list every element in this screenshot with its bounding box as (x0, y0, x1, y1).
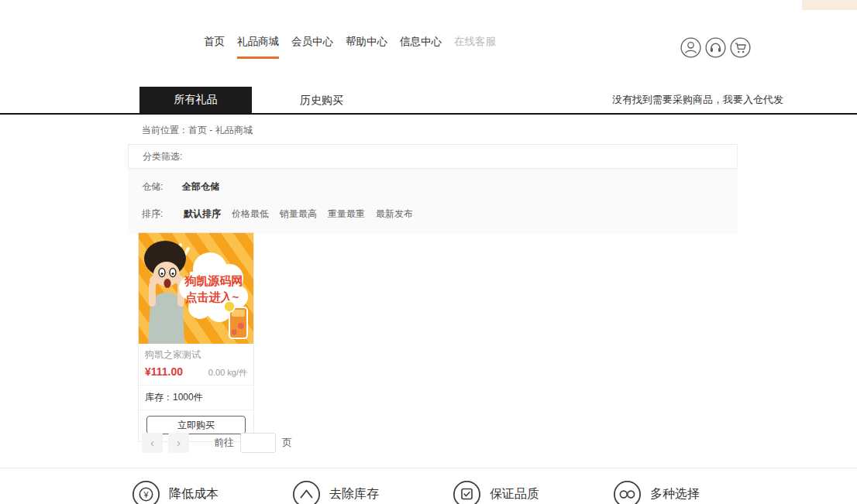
product-image[interactable]: 狗凯源码网 点击进入~ (139, 233, 253, 344)
svg-text:¥: ¥ (143, 490, 149, 499)
nav-item-gift-mall[interactable]: 礼品商城 (237, 35, 279, 59)
page-unit-label: 页 (282, 436, 292, 450)
filter-panel: 分类筛选: 仓储: 全部仓储 排序: 默认排序 价格最低 销量最高 重量最重 最… (128, 144, 738, 234)
main-nav: 首页 礼品商城 会员中心 帮助中心 信息中心 在线客服 (204, 35, 496, 59)
warehouse-dropship-link[interactable]: 没有找到需要采购商品，我要入仓代发 (612, 87, 783, 113)
product-title[interactable]: 狗凯之家测试 (139, 344, 253, 363)
goto-label: 前往 (214, 436, 234, 450)
footer-divider (0, 468, 857, 468)
next-page-button[interactable]: › (168, 433, 189, 453)
arrow-up-icon (292, 480, 321, 504)
feature-label: 多种选择 (650, 486, 700, 502)
filter-body: 仓储: 全部仓储 排序: 默认排序 价格最低 销量最高 重量最重 最新发布 (128, 169, 738, 234)
product-price: ¥111.00 (145, 365, 183, 378)
sort-filter-row: 排序: 默认排序 价格最低 销量最高 重量最重 最新发布 (128, 201, 738, 228)
sort-option-newest[interactable]: 最新发布 (376, 207, 413, 221)
page-number-input[interactable] (240, 433, 276, 453)
tab-all-gifts[interactable]: 所有礼品 (139, 87, 252, 113)
sort-label: 排序: (142, 207, 182, 221)
cartoon-person (144, 241, 186, 344)
feature-multiple-choices: 多种选择 (613, 480, 700, 504)
user-icon[interactable] (680, 37, 701, 58)
warehouse-label: 仓储: (142, 180, 182, 194)
breadcrumb: 当前位置：首页 - 礼品商城 (142, 124, 253, 137)
sort-option-price-low[interactable]: 价格最低 (232, 207, 269, 221)
feature-label: 去除库存 (329, 486, 379, 502)
nav-item-info-center[interactable]: 信息中心 (400, 35, 442, 59)
feature-label: 保证品质 (490, 486, 539, 502)
sort-options: 默认排序 价格最低 销量最高 重量最重 最新发布 (184, 207, 413, 221)
header-icon-group (680, 37, 751, 58)
shield-icon (453, 480, 481, 504)
sort-option-default[interactable]: 默认排序 (184, 207, 221, 221)
nav-item-member-center[interactable]: 会员中心 (291, 35, 333, 59)
nav-item-home[interactable]: 首页 (204, 35, 225, 59)
feature-quality-guarantee: 保证品质 (453, 480, 613, 504)
coin-icon: ¥ (132, 480, 160, 504)
cart-icon[interactable] (730, 37, 751, 58)
feature-label: 降低成本 (169, 486, 219, 502)
product-stock: 库存：1000件 (139, 385, 253, 410)
prev-page-button[interactable]: ‹ (142, 433, 163, 453)
tab-history-purchases[interactable]: 历史购买 (300, 87, 343, 113)
corner-highlight (802, 0, 857, 10)
feature-reduce-cost: ¥ 降低成本 (132, 480, 292, 504)
tab-underline (0, 113, 857, 115)
sort-option-weight-heavy[interactable]: 重量最重 (328, 207, 365, 221)
headset-icon[interactable] (705, 37, 726, 58)
sort-option-sales-high[interactable]: 销量最高 (280, 207, 317, 221)
buy-now-button[interactable]: 立即购买 (146, 416, 246, 434)
product-card[interactable]: 狗凯源码网 点击进入~ 狗凯之家测试 ¥111.00 0.00 kg/件 库存：… (138, 232, 254, 442)
pagination: ‹ › 前往 页 (142, 433, 292, 453)
category-filter-row: 分类筛选: (128, 144, 738, 169)
nav-item-online-service[interactable]: 在线客服 (454, 35, 496, 59)
bubble-text-line1: 狗凯源码网 (184, 274, 243, 287)
warehouse-filter-row: 仓储: 全部仓储 (128, 173, 738, 201)
warehouse-option-all[interactable]: 全部仓储 (182, 180, 219, 194)
product-unit-weight: 0.00 kg/件 (208, 367, 247, 379)
infinity-icon (613, 480, 642, 504)
category-filter-label: 分类筛选: (143, 151, 182, 162)
price-row: ¥111.00 0.00 kg/件 (139, 363, 253, 385)
feature-clear-inventory: 去除库存 (292, 480, 453, 504)
footer-features: ¥ 降低成本 去除库存 保证品质 多种选择 (132, 480, 700, 504)
nav-item-help-center[interactable]: 帮助中心 (346, 35, 387, 59)
